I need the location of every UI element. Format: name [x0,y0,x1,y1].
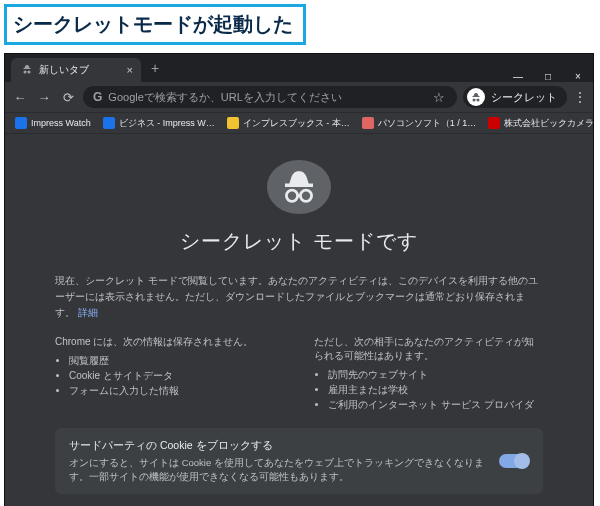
bookmarks-bar: Impress Watchビジネス - Impress W…インプレスブックス … [5,112,593,134]
address-bar[interactable]: G Googleで検索するか、URLを入力してください ☆ [83,86,457,108]
incognito-badge-label: シークレット [491,90,557,105]
list-item: フォームに入力した情報 [69,383,284,398]
bookmark-label: Impress Watch [31,118,91,128]
page-content: シークレット モードです 現在、シークレット モードで閲覧しています。あなたのア… [5,134,593,506]
cookie-card-body: オンにすると、サイトは Cookie を使用してあなたをウェブ上でトラッキングで… [69,456,485,485]
maximize-button[interactable]: □ [533,71,563,82]
incognito-hero-icon [267,160,331,214]
tab-title: 新しいタブ [39,63,89,77]
cookie-block-card: サードパーティの Cookie をブロックする オンにすると、サイトは Cook… [55,428,543,494]
incognito-tab-icon [21,63,33,77]
lead-paragraph: 現在、シークレット モードで閲覧しています。あなたのアクティビティは、このデバイ… [55,273,543,321]
bookmark-label: パソコンソフト（1 / 1… [378,117,477,130]
back-button[interactable]: ← [11,90,29,105]
forward-button[interactable]: → [35,90,53,105]
bookmark-label: 株式会社ビックカメラ [504,117,593,130]
list-item: ご利用のインターネット サービス プロバイダ [328,397,543,412]
bookmark-item[interactable]: ビジネス - Impress W… [103,117,215,130]
list-item: 訪問先のウェブサイト [328,367,543,382]
titlebar: 新しいタブ × + — □ × [5,54,593,82]
bookmark-item[interactable]: 株式会社ビックカメラ [488,117,593,130]
tab-current[interactable]: 新しいタブ × [11,58,141,82]
visible-to-column: ただし、次の相手にあなたのアクティビティが知られる可能性はあります。 訪問先のウ… [314,335,543,412]
bookmark-label: インプレスブックス - 本… [243,117,350,130]
incognito-badge-icon [467,88,485,106]
list-item: 雇用主または学校 [328,382,543,397]
close-window-button[interactable]: × [563,71,593,82]
page-title: シークレット モードです [180,228,418,255]
favicon-icon [362,117,374,129]
list-item: Cookie とサイトデータ [69,368,284,383]
svg-point-1 [300,190,311,201]
reload-button[interactable]: ⟳ [59,90,77,105]
list-item: 閲覧履歴 [69,353,284,368]
browser-window: 新しいタブ × + — □ × ← → ⟳ G Googleで検索するか、URL… [4,53,594,506]
google-icon: G [93,90,102,104]
incognito-badge[interactable]: シークレット [463,86,567,108]
info-columns: Chrome には、次の情報は保存されません。 閲覧履歴Cookie とサイトデ… [55,335,543,412]
cookie-card-title: サードパーティの Cookie をブロックする [69,438,485,454]
cookie-block-toggle[interactable] [499,454,529,468]
bookmark-item[interactable]: Impress Watch [15,117,91,129]
learn-more-link[interactable]: 詳細 [78,307,98,318]
bookmark-label: ビジネス - Impress W… [119,117,215,130]
window-controls: — □ × [503,71,593,82]
close-tab-icon[interactable]: × [127,64,133,76]
favicon-icon [488,117,500,129]
svg-point-0 [286,190,297,201]
not-saved-column: Chrome には、次の情報は保存されません。 閲覧履歴Cookie とサイトデ… [55,335,284,412]
visible-to-heading: ただし、次の相手にあなたのアクティビティが知られる可能性はあります。 [314,335,543,363]
bookmark-star-icon[interactable]: ☆ [431,90,447,105]
omnibox-placeholder: Googleで検索するか、URLを入力してください [108,90,341,105]
minimize-button[interactable]: — [503,71,533,82]
new-tab-button[interactable]: + [145,60,165,76]
favicon-icon [103,117,115,129]
menu-button[interactable]: ⋮ [573,89,587,105]
annotation-callout: シークレットモードが起動した [4,4,306,45]
bookmark-item[interactable]: インプレスブックス - 本… [227,117,350,130]
favicon-icon [227,117,239,129]
toolbar: ← → ⟳ G Googleで検索するか、URLを入力してください ☆ シークレ… [5,82,593,112]
not-saved-heading: Chrome には、次の情報は保存されません。 [55,335,284,349]
favicon-icon [15,117,27,129]
bookmark-item[interactable]: パソコンソフト（1 / 1… [362,117,477,130]
